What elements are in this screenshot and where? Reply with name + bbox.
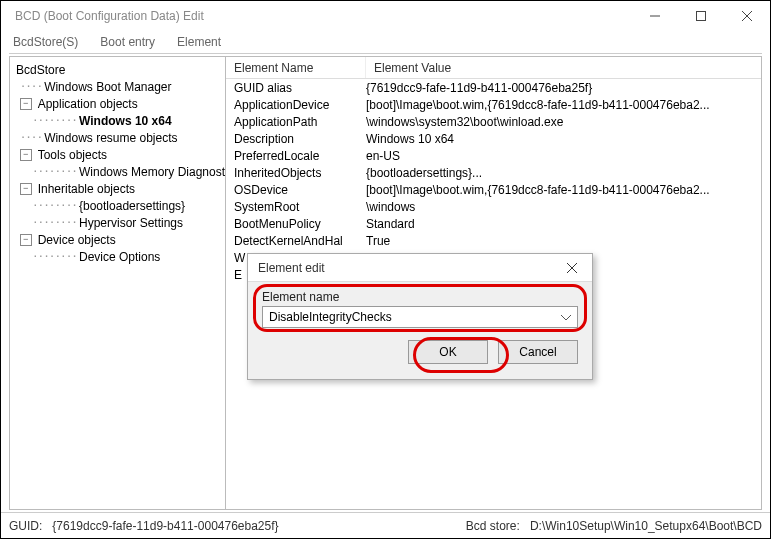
tree-expander-icon[interactable]: − bbox=[20, 149, 32, 161]
dialog-title: Element edit bbox=[258, 261, 325, 275]
table-row[interactable]: InheritedObjects{bootloadersettings}... bbox=[226, 164, 761, 181]
status-guid-label: GUID: bbox=[9, 519, 42, 533]
tree-expander-icon[interactable]: − bbox=[20, 234, 32, 246]
tree-expander-icon[interactable]: − bbox=[20, 183, 32, 195]
minimize-button[interactable] bbox=[632, 1, 678, 31]
window-title: BCD (Boot Configuration Data) Edit bbox=[15, 9, 632, 23]
tree-item[interactable]: ········Windows Memory Diagnostic bbox=[10, 163, 225, 180]
tree-item[interactable]: −Tools objects bbox=[10, 146, 225, 163]
tree-view[interactable]: BcdStore ····Windows Boot Manager −Appli… bbox=[10, 57, 226, 509]
tree-expander-icon[interactable]: − bbox=[20, 98, 32, 110]
menu-boot-entry[interactable]: Boot entry bbox=[96, 33, 159, 51]
table-row[interactable]: OSDevice[boot]\Image\boot.wim,{7619dcc8-… bbox=[226, 181, 761, 198]
table-row[interactable]: ApplicationDevice[boot]\Image\boot.wim,{… bbox=[226, 96, 761, 113]
tree-item[interactable]: −Application objects bbox=[10, 95, 225, 112]
status-store-value: D:\Win10Setup\Win10_Setupx64\Boot\BCD bbox=[530, 519, 762, 533]
svg-rect-1 bbox=[697, 12, 706, 21]
tree-item[interactable]: ········{bootloadersettings} bbox=[10, 197, 225, 214]
tree-item[interactable]: ········Device Options bbox=[10, 248, 225, 265]
element-name-combo[interactable]: DisableIntegrityChecks bbox=[262, 306, 578, 328]
tree-root[interactable]: BcdStore bbox=[10, 61, 225, 78]
combo-value: DisableIntegrityChecks bbox=[269, 310, 392, 324]
table-row[interactable]: ApplicationPath\windows\system32\boot\wi… bbox=[226, 113, 761, 130]
cancel-button[interactable]: Cancel bbox=[498, 340, 578, 364]
table-row[interactable]: DetectKernelAndHalTrue bbox=[226, 232, 761, 249]
statusbar: GUID: {7619dcc9-fafe-11d9-b411-000476eba… bbox=[1, 512, 770, 538]
dialog-titlebar: Element edit bbox=[248, 254, 592, 282]
list-header-name[interactable]: Element Name bbox=[226, 57, 366, 78]
maximize-button[interactable] bbox=[678, 1, 724, 31]
tree-item[interactable]: ········Windows 10 x64 bbox=[10, 112, 225, 129]
tree-item[interactable]: ····Windows resume objects bbox=[10, 129, 225, 146]
list-header-value[interactable]: Element Value bbox=[366, 57, 459, 78]
status-guid-value: {7619dcc9-fafe-11d9-b411-000476eba25f} bbox=[52, 519, 278, 533]
tree-item[interactable]: ····Windows Boot Manager bbox=[10, 78, 225, 95]
table-row[interactable]: DescriptionWindows 10 x64 bbox=[226, 130, 761, 147]
tree-item[interactable]: −Device objects bbox=[10, 231, 225, 248]
titlebar: BCD (Boot Configuration Data) Edit bbox=[1, 1, 770, 31]
list-header: Element Name Element Value bbox=[226, 57, 761, 79]
tree-item[interactable]: −Inheritable objects bbox=[10, 180, 225, 197]
table-row[interactable]: PreferredLocaleen-US bbox=[226, 147, 761, 164]
close-button[interactable] bbox=[724, 1, 770, 31]
dialog-field-label: Element name bbox=[262, 290, 339, 304]
chevron-down-icon bbox=[559, 311, 573, 325]
menubar: BcdStore(S) Boot entry Element bbox=[1, 31, 770, 53]
status-store-label: Bcd store: bbox=[466, 519, 520, 533]
table-row[interactable]: GUID alias{7619dcc9-fafe-11d9-b411-00047… bbox=[226, 79, 761, 96]
element-edit-dialog: Element edit Element name DisableIntegri… bbox=[247, 253, 593, 380]
table-row[interactable]: SystemRoot\windows bbox=[226, 198, 761, 215]
table-row[interactable]: BootMenuPolicyStandard bbox=[226, 215, 761, 232]
ok-button[interactable]: OK bbox=[408, 340, 488, 364]
tree-item[interactable]: ········Hypervisor Settings bbox=[10, 214, 225, 231]
dialog-close-button[interactable] bbox=[552, 254, 592, 282]
menu-element[interactable]: Element bbox=[173, 33, 225, 51]
menu-bcdstore[interactable]: BcdStore(S) bbox=[9, 33, 82, 51]
